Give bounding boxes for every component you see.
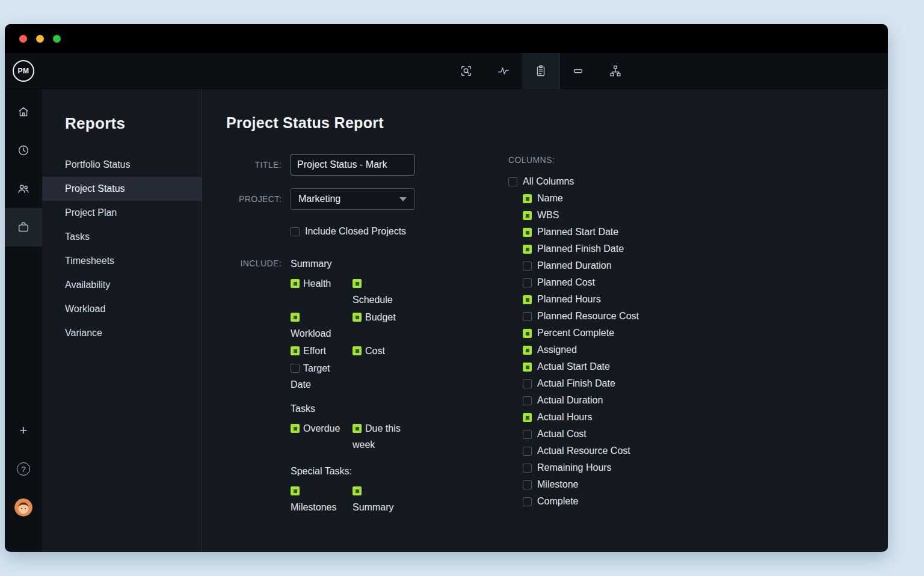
column-label: Actual Cost: [537, 429, 587, 440]
help-icon[interactable]: ?: [5, 450, 42, 488]
main-content: Project Status Report TITLE: PROJECT: Ma…: [202, 89, 888, 551]
include-checkbox-item[interactable]: Due this week: [353, 420, 404, 453]
briefcase-icon[interactable]: [5, 208, 42, 247]
sidebar-item[interactable]: Tasks: [42, 225, 202, 249]
column-checkbox-row[interactable]: WBS: [523, 207, 737, 224]
checkbox-icon: [523, 464, 532, 473]
project-select[interactable]: Marketing: [291, 188, 414, 210]
avatar[interactable]: [5, 488, 42, 527]
clock-icon[interactable]: [5, 131, 42, 170]
column-checkbox-row[interactable]: Actual Duration: [523, 392, 737, 409]
checkbox-icon: [353, 346, 362, 355]
logo-area: PM: [5, 53, 42, 89]
column-checkbox-row[interactable]: Actual Start Date: [523, 358, 737, 375]
include-checkbox-item[interactable]: Schedule: [353, 275, 404, 308]
column-checkbox-row[interactable]: Percent Complete: [523, 325, 737, 342]
include-checkbox-item[interactable]: Overdue: [291, 420, 342, 453]
include-checkbox-item[interactable]: Budget: [353, 309, 404, 342]
column-checkbox-row[interactable]: Complete: [523, 493, 737, 510]
plus-icon[interactable]: +: [5, 411, 42, 450]
summary-heading: Summary: [291, 259, 404, 269]
column-label: Planned Start Date: [537, 227, 618, 237]
column-checkbox-row[interactable]: Milestone: [523, 476, 737, 493]
close-button[interactable]: [19, 35, 27, 43]
include-item-label: Milestones: [291, 502, 336, 512]
column-label: Planned Cost: [537, 277, 595, 288]
sidebar-item[interactable]: Portfolio Status: [42, 153, 202, 177]
include-checkbox-item[interactable]: Health: [291, 275, 342, 308]
column-checkbox-row[interactable]: Actual Hours: [523, 409, 737, 426]
checkbox-icon: [523, 396, 532, 405]
special-tasks-heading: Special Tasks:: [291, 466, 404, 477]
sidebar-item[interactable]: Availability: [42, 273, 202, 297]
left-icon-rail: + ?: [5, 89, 42, 551]
column-checkbox-row[interactable]: Actual Resource Cost: [523, 443, 737, 459]
sidebar-item[interactable]: Project Status: [42, 177, 202, 201]
include-item-label: Summary: [353, 502, 393, 512]
special-tasks-checkboxes: MilestonesSummary: [291, 483, 404, 515]
checkbox-icon: [523, 379, 532, 388]
all-columns-checkbox[interactable]: All Columns: [508, 173, 737, 190]
sidebar-item[interactable]: Variance: [42, 321, 202, 345]
checkbox-icon: [353, 486, 362, 495]
column-checkbox-row[interactable]: Name: [523, 190, 737, 207]
pm-logo[interactable]: PM: [13, 60, 34, 82]
include-checkbox-item[interactable]: Summary: [353, 483, 404, 515]
column-checkbox-row[interactable]: Actual Cost: [523, 426, 737, 443]
checkbox-icon: [353, 424, 362, 433]
include-checkbox-item[interactable]: Target Date: [291, 360, 342, 393]
include-item-label: Effort: [303, 346, 326, 356]
sidebar-item[interactable]: Project Plan: [42, 201, 202, 225]
sidebar-item[interactable]: Timesheets: [42, 249, 202, 273]
column-checkbox-row[interactable]: Planned Hours: [523, 291, 737, 308]
column-checkbox-row[interactable]: Assigned: [523, 342, 737, 358]
sidebar-item-label: Variance: [65, 328, 102, 338]
include-item-label: Cost: [365, 346, 385, 356]
app-window: PM: [5, 24, 888, 552]
topbar-icon-group: [448, 53, 634, 89]
card-icon[interactable]: [559, 53, 597, 89]
include-item-label: Overdue: [303, 423, 340, 434]
column-label: Percent Complete: [537, 328, 614, 339]
minimize-button[interactable]: [36, 35, 44, 43]
checkbox-icon: [291, 486, 300, 495]
checkbox-icon: [523, 245, 532, 254]
include-item-label: Budget: [365, 312, 396, 322]
include-checkbox-item[interactable]: Workload: [291, 309, 342, 342]
zoom-button[interactable]: [53, 35, 61, 43]
people-icon[interactable]: [5, 170, 42, 208]
include-checkbox-item[interactable]: Milestones: [291, 483, 342, 515]
activity-icon[interactable]: [485, 53, 522, 89]
checkbox-icon: [523, 262, 532, 271]
column-checkbox-row[interactable]: Actual Finish Date: [523, 375, 737, 392]
column-checkbox-row[interactable]: Planned Resource Cost: [523, 308, 737, 325]
column-label: Actual Duration: [537, 395, 603, 406]
reports-sidebar: Reports Portfolio Status Project Status …: [42, 89, 202, 551]
title-label: TITLE:: [226, 160, 282, 170]
columns-list: Name WBS Planned Start Date Planned Fini…: [523, 190, 737, 510]
workflow-icon[interactable]: [597, 53, 634, 89]
checkbox-icon: [523, 312, 532, 321]
column-label: Planned Finish Date: [537, 244, 624, 254]
checkbox-icon: [291, 424, 300, 433]
checkbox-icon: [523, 228, 532, 237]
checkbox-icon: [523, 430, 532, 439]
column-checkbox-row[interactable]: Planned Cost: [523, 274, 737, 291]
avatar-image: [14, 498, 32, 516]
sidebar-item[interactable]: Workload: [42, 297, 202, 321]
home-icon[interactable]: [5, 93, 42, 131]
include-checkbox-item[interactable]: Effort: [291, 343, 342, 359]
include-checkbox-item[interactable]: Cost: [353, 343, 404, 359]
checkbox-icon: [523, 480, 532, 489]
report-form: TITLE: PROJECT: Marketing: [226, 154, 508, 515]
column-checkbox-row[interactable]: Planned Finish Date: [523, 241, 737, 257]
include-closed-checkbox[interactable]: Include Closed Projects: [291, 226, 406, 237]
report-title-input[interactable]: [291, 154, 414, 176]
column-checkbox-row[interactable]: Planned Duration: [523, 257, 737, 274]
report-clipboard-icon[interactable]: [522, 53, 559, 89]
column-checkbox-row[interactable]: Remaining Hours: [523, 459, 737, 476]
column-checkbox-row[interactable]: Planned Start Date: [523, 224, 737, 241]
checkbox-icon: [353, 313, 362, 322]
column-label: Name: [537, 193, 563, 204]
search-document-icon[interactable]: [448, 53, 485, 89]
